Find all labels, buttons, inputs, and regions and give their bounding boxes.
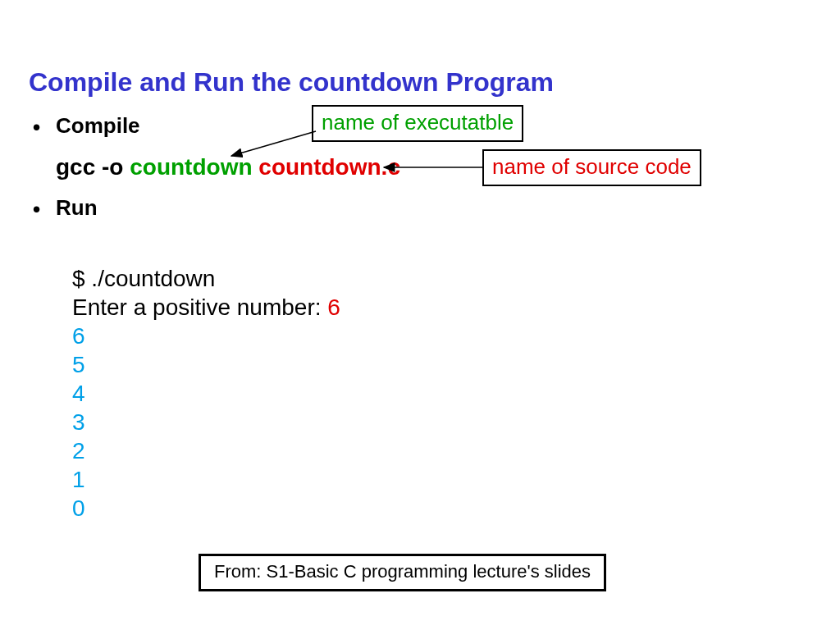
run-prompt-text: Enter a positive number: — [72, 294, 327, 320]
run-output-line: 3 — [72, 408, 340, 436]
cmd-gcc: gcc -o — [56, 154, 130, 180]
bullet-compile: Compile — [33, 113, 140, 139]
slide-title: Compile and Run the countdown Program — [29, 67, 554, 98]
bullet-run: Run — [33, 195, 98, 221]
run-user-input: 6 — [327, 294, 340, 320]
bullet-run-label: Run — [56, 195, 98, 220]
cmd-source-name: countdown.c — [258, 154, 400, 180]
run-invoke-line: $ ./countdown — [72, 264, 340, 293]
bullet-compile-label: Compile — [56, 113, 140, 138]
run-output-line: 2 — [72, 436, 340, 465]
annotation-source: name of source code — [482, 149, 701, 186]
run-output-line: 1 — [72, 465, 340, 494]
compile-command: gcc -o countdown countdown.c — [56, 154, 400, 180]
svg-line-1 — [231, 131, 316, 156]
run-output-line: 5 — [72, 350, 340, 379]
run-output-line: 6 — [72, 322, 340, 350]
run-output-line: 0 — [72, 494, 340, 523]
cmd-executable-name: countdown — [130, 154, 258, 180]
run-prompt-line: Enter a positive number: 6 — [72, 293, 340, 322]
run-output-block: $ ./countdown Enter a positive number: 6… — [72, 264, 340, 523]
annotation-executable: name of executatble — [312, 105, 523, 142]
footnote: From: S1-Basic C programming lecture's s… — [199, 554, 606, 591]
run-output-line: 4 — [72, 379, 340, 408]
